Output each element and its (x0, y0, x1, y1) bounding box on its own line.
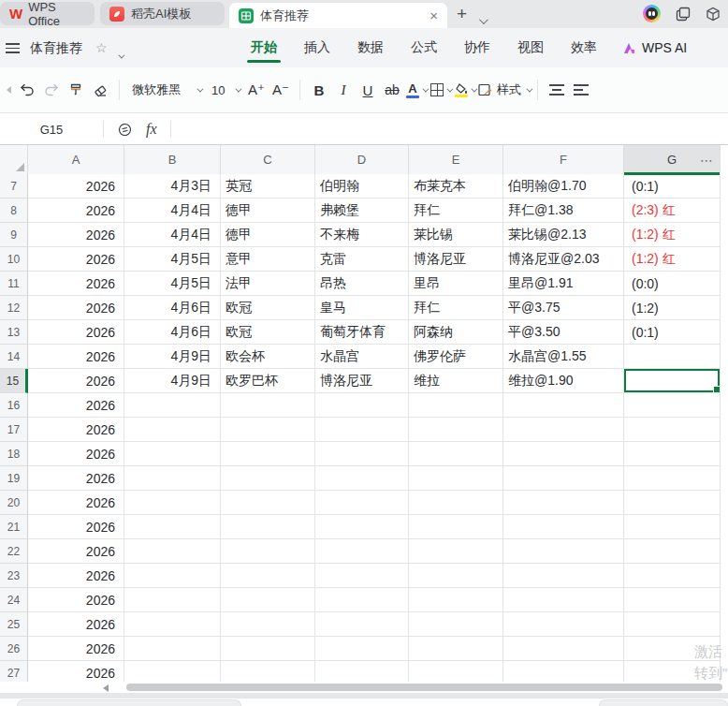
cell-D11[interactable]: 昂热 (315, 272, 409, 296)
cell-E22[interactable] (409, 539, 503, 564)
cell-C16[interactable] (221, 393, 315, 418)
cell-A18[interactable]: 2026 (28, 442, 124, 466)
row-header-12[interactable]: 12 (0, 296, 28, 320)
collapse-toolbar-icon[interactable] (2, 86, 15, 94)
cell-B7[interactable]: 4月3日 (124, 174, 221, 199)
cell-D24[interactable] (315, 588, 409, 612)
cell-F11[interactable]: 里昂@1.91 (503, 272, 624, 296)
font-color-button[interactable]: A (404, 77, 429, 103)
row-header-26[interactable]: 26 (0, 637, 28, 661)
row-header-17[interactable]: 17 (0, 418, 28, 442)
cell-C7[interactable]: 英冠 (221, 174, 315, 199)
cell-E20[interactable] (409, 491, 503, 515)
strikethrough-button[interactable]: ab (380, 77, 404, 103)
cell-B26[interactable] (124, 637, 221, 661)
cell-D7[interactable]: 伯明翰 (315, 174, 409, 199)
cell-G23[interactable] (624, 564, 721, 588)
cell-F9[interactable]: 莱比锡@2.13 (503, 223, 624, 247)
select-all-corner[interactable] (0, 145, 28, 174)
bold-button[interactable]: B (307, 77, 331, 103)
cell-C26[interactable] (221, 637, 315, 661)
cell-C8[interactable]: 德甲 (221, 199, 315, 223)
cell-B25[interactable] (124, 612, 221, 637)
cell-D10[interactable]: 克雷 (315, 247, 409, 272)
cell-C25[interactable] (221, 612, 315, 637)
cell-A19[interactable]: 2026 (28, 466, 124, 491)
cell-B22[interactable] (124, 539, 221, 564)
cell-C15[interactable]: 欧罗巴杯 (221, 369, 315, 393)
cell-B16[interactable] (124, 393, 221, 418)
cell-E19[interactable] (409, 466, 503, 491)
font-name-select[interactable]: 微软雅黑 (126, 78, 207, 102)
cell-B12[interactable]: 4月6日 (124, 296, 221, 320)
cell-A20[interactable]: 2026 (28, 491, 124, 515)
row-header-15[interactable]: 15 (0, 369, 28, 393)
row-header-19[interactable]: 19 (0, 466, 28, 491)
row-header-10[interactable]: 10 (0, 247, 28, 272)
cell-F21[interactable] (503, 515, 624, 539)
row-header-9[interactable]: 9 (0, 223, 28, 247)
cell-A21[interactable]: 2026 (28, 515, 124, 539)
cell-C24[interactable] (221, 588, 315, 612)
cell-B13[interactable]: 4月6日 (124, 320, 221, 345)
cell-F14[interactable]: 水晶宫@1.55 (503, 345, 624, 369)
increase-font-button[interactable]: A⁺ (244, 77, 269, 103)
column-header-C[interactable]: C (221, 145, 315, 174)
cell-D23[interactable] (315, 564, 409, 588)
cell-G18[interactable] (624, 442, 721, 466)
fill-color-button[interactable] (453, 77, 477, 103)
cell-G9[interactable]: (1:2) 红 (624, 223, 721, 247)
ai-assistant-icon[interactable] (643, 5, 661, 22)
cell-E12[interactable]: 拜仁 (409, 296, 503, 320)
format-painter-icon[interactable] (64, 77, 88, 103)
cell-G13[interactable]: (0:1) (624, 320, 721, 345)
column-more-icon[interactable]: ⋯ (700, 153, 714, 168)
horizontal-scrollbar[interactable] (126, 684, 722, 691)
cell-D17[interactable] (315, 418, 409, 442)
cell-C23[interactable] (221, 564, 315, 588)
cell-A8[interactable]: 2026 (28, 199, 124, 223)
cell-G19[interactable] (624, 466, 721, 491)
cell-D16[interactable] (315, 393, 409, 418)
cell-D25[interactable] (315, 612, 409, 637)
cell-A17[interactable]: 2026 (28, 418, 124, 442)
cell-B8[interactable]: 4月4日 (124, 199, 221, 223)
cell-B11[interactable]: 4月5日 (124, 272, 221, 296)
align-left-icon[interactable] (569, 77, 593, 103)
cell-A15[interactable]: 2026 (28, 369, 124, 393)
cell-D22[interactable] (315, 539, 409, 564)
cell-C18[interactable] (221, 442, 315, 466)
cell-B18[interactable] (124, 442, 221, 466)
cell-F26[interactable] (503, 637, 624, 661)
cell-B21[interactable] (124, 515, 221, 539)
menu-item-协作[interactable]: 协作 (462, 30, 492, 66)
row-header-18[interactable]: 18 (0, 442, 28, 466)
cell-E16[interactable] (409, 393, 503, 418)
cell-E21[interactable] (409, 515, 503, 539)
cell-F18[interactable] (503, 442, 624, 466)
cell-F23[interactable] (503, 564, 624, 588)
cell-F12[interactable]: 平@3.75 (503, 296, 624, 320)
italic-button[interactable]: I (331, 77, 356, 103)
cell-G11[interactable]: (0:0) (624, 272, 721, 296)
cell-D8[interactable]: 弗赖堡 (315, 199, 409, 223)
cell-C22[interactable] (221, 539, 315, 564)
scroll-left-icon[interactable] (103, 684, 109, 692)
cell-F17[interactable] (503, 418, 624, 442)
cell-C20[interactable] (221, 491, 315, 515)
row-header-20[interactable]: 20 (0, 491, 28, 515)
menu-item-数据[interactable]: 数据 (356, 30, 386, 66)
row-header-14[interactable]: 14 (0, 345, 28, 369)
column-header-G[interactable]: G⋯ (624, 145, 721, 174)
cell-G20[interactable] (624, 491, 721, 515)
cell-C21[interactable] (221, 515, 315, 539)
close-tab-icon[interactable]: × (430, 8, 438, 22)
cell-B17[interactable] (124, 418, 221, 442)
cell-D13[interactable]: 葡萄牙体育 (315, 320, 409, 345)
menu-item-开始[interactable]: 开始 (249, 30, 279, 66)
cell-F24[interactable] (503, 588, 624, 612)
cell-F10[interactable]: 博洛尼亚@2.03 (503, 247, 624, 272)
cube-3d-icon[interactable] (706, 7, 721, 22)
cell-D21[interactable] (315, 515, 409, 539)
cell-A24[interactable]: 2026 (28, 588, 124, 612)
